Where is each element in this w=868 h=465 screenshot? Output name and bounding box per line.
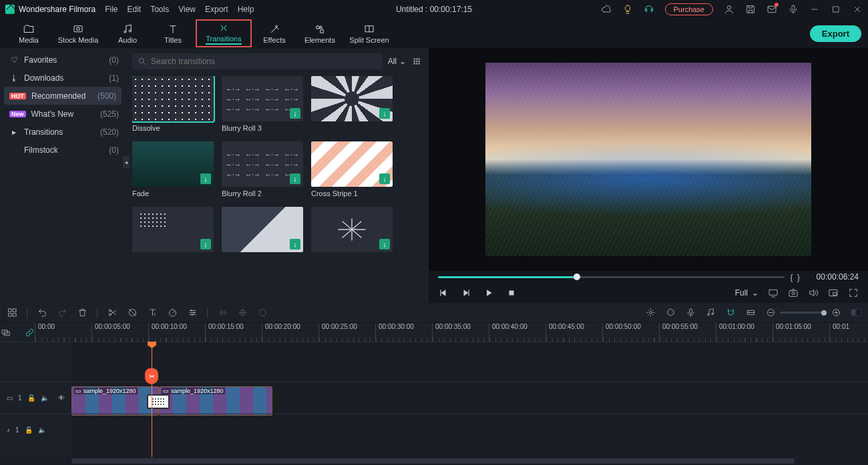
menu-tools[interactable]: Tools: [150, 5, 169, 14]
zoom-fit-icon[interactable]: [851, 308, 861, 318]
sidebar-item-whatsnew[interactable]: New What's New (525): [0, 105, 126, 123]
transition-thumb[interactable]: ↓: [311, 207, 393, 252]
visible-icon[interactable]: 👁: [58, 394, 65, 402]
link-icon[interactable]: [24, 327, 35, 338]
record-vo-icon[interactable]: [685, 308, 696, 318]
microphone-icon[interactable]: [788, 4, 799, 15]
sidebar-item-transitions[interactable]: ▸ Transitions (520): [0, 123, 126, 141]
download-badge-icon[interactable]: ↓: [290, 108, 300, 119]
tab-transitions[interactable]: Transitions: [196, 20, 251, 47]
menu-help[interactable]: Help: [238, 5, 254, 14]
pip-icon[interactable]: [828, 288, 839, 298]
split-icon[interactable]: [107, 308, 118, 318]
speed-icon[interactable]: [167, 308, 178, 318]
audio-mixer-icon[interactable]: [705, 308, 716, 318]
transition-thumb[interactable]: ↓: [132, 141, 214, 187]
tab-titles[interactable]: Titles: [151, 20, 195, 47]
zoom-in-icon[interactable]: [831, 308, 841, 318]
tab-elements[interactable]: Elements: [298, 20, 342, 47]
zoom-slider[interactable]: [780, 312, 827, 314]
undo-icon[interactable]: [37, 308, 47, 318]
tab-stock-media[interactable]: Stock Media: [52, 20, 104, 47]
purchase-button[interactable]: Purchase: [665, 3, 713, 15]
tab-audio[interactable]: Audio: [105, 20, 150, 47]
arrange-icon[interactable]: [7, 308, 17, 318]
sidebar-collapse-icon[interactable]: ◂: [123, 156, 130, 168]
delete-icon[interactable]: [77, 308, 87, 318]
transition-card[interactable]: ↓: [311, 76, 393, 132]
next-frame-icon[interactable]: [461, 288, 471, 298]
grid-view-icon[interactable]: [411, 56, 422, 67]
audio-wave-icon[interactable]: [217, 308, 228, 318]
download-badge-icon[interactable]: ↓: [379, 173, 390, 184]
sidebar-item-filmstock[interactable]: Filmstock (0): [0, 141, 126, 159]
transition-card[interactable]: ←·→←·→←·→←·→←·→←·→←·→←·→←·→←·→←·→←·→↓Blu…: [222, 141, 303, 197]
filter-dropdown[interactable]: All ⌄: [388, 57, 406, 66]
transition-thumb[interactable]: ↓: [132, 207, 214, 252]
transition-card[interactable]: Dissolve: [132, 76, 214, 132]
maximize-icon[interactable]: [831, 4, 841, 15]
transition-card[interactable]: ↓: [222, 207, 303, 255]
track-overlap-icon[interactable]: [0, 327, 11, 338]
render-icon[interactable]: [645, 308, 656, 318]
link-track-icon[interactable]: [745, 308, 756, 318]
mark-in-icon[interactable]: {: [790, 272, 793, 282]
zoom-out-icon[interactable]: [765, 308, 776, 318]
transition-thumb[interactable]: [132, 76, 214, 121]
track-header-audio[interactable]: ♪1 🔓 🔈: [0, 414, 71, 446]
minimize-icon[interactable]: [809, 4, 820, 15]
preview-scrubber[interactable]: [438, 276, 785, 278]
save-icon[interactable]: [745, 4, 756, 15]
menu-file[interactable]: File: [105, 5, 118, 14]
display-icon[interactable]: [768, 288, 779, 298]
download-badge-icon[interactable]: ↓: [379, 239, 390, 250]
menu-view[interactable]: View: [178, 5, 196, 14]
crop-icon[interactable]: [127, 308, 138, 318]
transition-card[interactable]: ←·→←·→←·→←·→←·→←·→←·→←·→←·→←·→←·→←·→↓Blu…: [222, 76, 303, 132]
download-badge-icon[interactable]: ↓: [379, 108, 390, 119]
transition-card[interactable]: ↓: [132, 207, 214, 255]
transition-thumb[interactable]: ←·→←·→←·→←·→←·→←·→←·→←·→←·→←·→←·→←·→↓: [222, 141, 303, 187]
lock-icon[interactable]: 🔓: [27, 394, 35, 402]
transition-thumb[interactable]: ←·→←·→←·→←·→←·→←·→←·→←·→←·→←·→←·→←·→↓: [222, 76, 303, 121]
text-icon[interactable]: [147, 308, 158, 318]
scrollbar-thumb[interactable]: [71, 458, 795, 464]
download-badge-icon[interactable]: ↓: [200, 173, 211, 184]
mute-icon[interactable]: 🔈: [38, 426, 46, 434]
tab-split-screen[interactable]: Split Screen: [343, 20, 395, 47]
video-clip[interactable]: ▭sample_1920x1280: [71, 386, 159, 416]
scrubber-knob[interactable]: [574, 274, 580, 280]
tab-media[interactable]: Media: [7, 20, 51, 47]
mark-out-icon[interactable]: }: [797, 272, 800, 282]
track-body[interactable]: ✂ ▭sample_1920x1280▭sample_1920x1280: [71, 342, 868, 457]
lock-icon[interactable]: 🔓: [25, 426, 33, 434]
transition-on-clip[interactable]: [147, 394, 170, 409]
mute-icon[interactable]: 🔈: [41, 394, 49, 402]
keyframe-icon[interactable]: [237, 308, 248, 318]
search-input[interactable]: [151, 57, 377, 66]
scissors-icon[interactable]: ✂: [145, 368, 158, 384]
cloud-icon[interactable]: [601, 4, 612, 15]
marker-icon[interactable]: [665, 308, 676, 318]
transition-thumb[interactable]: ↓: [222, 207, 303, 252]
track-row-audio[interactable]: [71, 414, 868, 446]
playhead[interactable]: ✂: [152, 342, 152, 457]
sidebar-item-favorites[interactable]: ♡ Favorites (0): [0, 51, 126, 69]
volume-icon[interactable]: [808, 288, 819, 298]
export-button[interactable]: Export: [810, 25, 861, 42]
snapshot-icon[interactable]: [788, 288, 799, 298]
message-icon[interactable]: [767, 4, 777, 15]
quality-dropdown[interactable]: Full ⌄: [735, 288, 758, 298]
fullscreen-icon[interactable]: [848, 288, 859, 298]
preview-viewport[interactable]: [429, 48, 868, 271]
redo-icon[interactable]: [57, 308, 67, 318]
tab-effects[interactable]: Effects: [252, 20, 296, 47]
menu-edit[interactable]: Edit: [128, 5, 142, 14]
download-badge-icon[interactable]: ↓: [290, 173, 300, 184]
stop-icon[interactable]: [506, 288, 517, 298]
sidebar-item-downloads[interactable]: ⭳ Downloads (1): [0, 69, 126, 87]
magnet-icon[interactable]: [725, 308, 736, 318]
transition-card[interactable]: ↓Cross Stripe 1: [311, 141, 393, 197]
transition-card[interactable]: ↓: [311, 207, 393, 255]
transition-thumb[interactable]: ↓: [311, 141, 393, 187]
